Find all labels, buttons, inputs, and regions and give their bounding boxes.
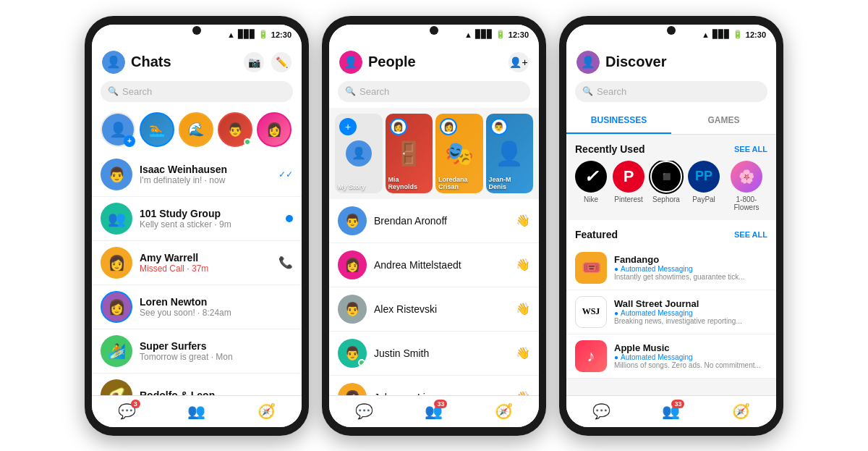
chat-preview-isaac: I'm definately in! · now (140, 175, 271, 185)
edit-button[interactable]: ✏️ (271, 52, 292, 72)
people-item-justin[interactable]: 👨 Justin Smith 👋 (329, 332, 539, 376)
people-nav-icon-chats: 👥 (187, 402, 205, 420)
signal-icon: ▊▊▊ (238, 30, 255, 39)
recently-see-all[interactable]: SEE ALL (734, 145, 767, 153)
sephora-name: Sephora (652, 195, 680, 203)
search-input-discover[interactable]: Search (575, 81, 767, 102)
story-item-1[interactable]: 🏊 (140, 112, 174, 147)
recently-item-flowers[interactable]: 🌸 1-800-Flowers (726, 161, 767, 211)
pinterest-name: Pinterest (614, 195, 642, 203)
avatar-brendan: 👨 (338, 206, 367, 235)
story-circle-1: 🏊 (140, 112, 174, 147)
people-item-brendan[interactable]: 👨 Brendan Aronoff 👋 (329, 199, 539, 243)
nav-discover-active[interactable]: 🧭 (732, 402, 750, 420)
nav-people-discover[interactable]: 👥 33 (662, 402, 680, 420)
story-card-loredana[interactable]: 🎭 👩 Loredana Crisan (435, 114, 483, 193)
wave-icon-justin[interactable]: 👋 (516, 346, 530, 360)
featured-item-wsj[interactable]: WSJ Wall Street Journal ● Automated Mess… (566, 290, 776, 334)
nav-people-chats[interactable]: 👥 (187, 402, 205, 420)
avatar-julyanne: 👩 (338, 383, 367, 395)
add-person-button[interactable]: 👤+ (509, 52, 529, 72)
chat-item-studygroup[interactable]: 👥 101 Study Group Kelly sent a sticker ·… (92, 197, 302, 241)
paypal-logo: PP (688, 161, 720, 193)
story-add-btn[interactable]: + (339, 118, 357, 135)
chats-title: Chats (131, 54, 238, 70)
wave-icon-andrea[interactable]: 👋 (516, 258, 530, 271)
chat-item-loren[interactable]: 👩 Loren Newton See you soon! · 8:24am (92, 285, 302, 329)
user-avatar-people[interactable]: 👤 (339, 51, 362, 74)
story-item-2[interactable]: 🌊 (179, 112, 213, 147)
recently-item-sephora[interactable]: ⬛ Sephora (650, 161, 682, 211)
search-wrapper-chats: 🔍 Search (101, 81, 293, 102)
featured-see-all[interactable]: SEE ALL (734, 230, 767, 239)
people-item-alex[interactable]: 👨 Alex Ristevski 👋 (329, 287, 539, 332)
user-avatar-discover[interactable]: 👤 (576, 51, 600, 74)
story-avatar-loredana: 👩 (440, 118, 457, 135)
discover-nav-icon-people: 🧭 (495, 402, 513, 420)
online-dot-3 (244, 138, 251, 146)
featured-item-fandango[interactable]: 🎟️ Fandango ● Automated Messaging Instan… (566, 246, 776, 290)
story-item-3[interactable]: 👨 (218, 112, 252, 147)
featured-meta-fandango: ● Automated Messaging (614, 265, 767, 273)
story-card-mia[interactable]: 🚪 👩 Mia Reynolds (386, 114, 433, 193)
people-item-julyanne[interactable]: 👩 Julyanne Liang 👋 (329, 376, 539, 395)
tab-games[interactable]: GAMES (671, 108, 776, 134)
camera-button[interactable]: 📷 (244, 52, 264, 72)
bottom-nav-discover: 💬 👥 33 🧭 (566, 395, 776, 427)
people-header: 👤 People 👤+ (329, 45, 539, 78)
chats-header: 👤 Chats 📷 ✏️ (92, 45, 302, 78)
chat-name-rodolfo: Rodolfo & Leon (140, 389, 293, 395)
verified-dot-wsj: ● (614, 309, 618, 317)
add-story-item[interactable]: 👤 + (101, 112, 135, 147)
screen-discover: ▲ ▊▊▊ 🔋 12:30 👤 Discover 🔍 Search (566, 25, 776, 427)
people-name-andrea: Andrea Mittelstaedt (374, 259, 509, 271)
chat-preview-amy: Missed Call · 37m (140, 264, 271, 274)
chat-badge: 3 (131, 400, 140, 408)
search-input-chats[interactable]: Search (101, 81, 293, 102)
nav-discover-chats[interactable]: 🧭 (258, 402, 276, 420)
battery-icon: 🔋 (258, 30, 268, 39)
clock: 12:30 (271, 30, 292, 39)
people-item-andrea[interactable]: 👩 Andrea Mittelstaedt 👋 (329, 243, 539, 287)
search-icon-discover: 🔍 (582, 86, 593, 96)
call-icon-amy: 📞 (278, 256, 293, 269)
featured-item-apple-music[interactable]: ♪ Apple Music ● Automated Messaging Mill… (566, 334, 776, 379)
avatar-loren: 👩 (101, 291, 132, 323)
chat-item-amy[interactable]: 👩 Amy Warrell Missed Call · 37m 📞 (92, 241, 302, 285)
wave-icon-brendan[interactable]: 👋 (516, 214, 530, 227)
people-list: 👨 Brendan Aronoff 👋 👩 Andrea Mittelstaed… (329, 199, 539, 395)
tab-businesses[interactable]: BUSINESSES (566, 108, 671, 134)
featured-info-apple-music: Apple Music ● Automated Messaging Millio… (614, 342, 767, 369)
add-story-btn[interactable]: + (124, 135, 135, 147)
featured-desc-fandango: Instantly get showtimes, guarantee tick.… (614, 273, 767, 281)
my-story-card[interactable]: 👤 + My Story (335, 114, 383, 193)
nav-chats-active[interactable]: 💬 3 (118, 402, 136, 420)
recently-item-pinterest[interactable]: P Pinterest (613, 161, 644, 211)
recently-item-nike[interactable]: ✓ Nike (575, 161, 607, 211)
chat-item-isaac[interactable]: 👨 Isaac Weinhausen I'm definately in! · … (92, 153, 302, 197)
avatar-alex: 👨 (338, 295, 367, 324)
user-avatar-chats[interactable]: 👤 (102, 51, 125, 74)
story-card-jean[interactable]: 👤 👨 Jean-M Denis (486, 114, 534, 193)
chat-item-surfers[interactable]: 🏄 Super Surfers Tomorrow is great · Mon (92, 329, 302, 374)
chat-info-loren: Loren Newton See you soon! · 8:24am (140, 296, 293, 318)
featured-meta-wsj: ● Automated Messaging (614, 309, 767, 317)
nav-chats-discover[interactable]: 💬 (592, 402, 610, 420)
story-item-4[interactable]: 👩 (257, 112, 292, 147)
nav-discover-people[interactable]: 🧭 (495, 402, 513, 420)
chats-content: 👤 + 🏊 🌊 👨 👩 (92, 108, 302, 395)
chat-name-surfers: Super Surfers (140, 340, 293, 352)
search-input-people[interactable]: Search (338, 81, 530, 102)
featured-section: Featured SEE ALL 🎟️ Fandango ● Automated… (566, 220, 776, 379)
chat-preview-surfers: Tomorrow is great · Mon (140, 352, 293, 362)
recently-item-paypal[interactable]: PP PayPal (688, 161, 720, 211)
nav-people-active[interactable]: 👥 33 (425, 402, 443, 420)
nav-chats-people[interactable]: 💬 (355, 402, 373, 420)
camera-notch-discover (667, 26, 676, 35)
chat-item-rodolfo[interactable]: 🥑 Rodolfo & Leon (92, 374, 302, 395)
people-badge-discover: 33 (671, 400, 684, 408)
featured-info-wsj: Wall Street Journal ● Automated Messagin… (614, 298, 767, 325)
wave-icon-alex[interactable]: 👋 (516, 302, 530, 316)
chat-info-isaac: Isaac Weinhausen I'm definately in! · no… (140, 164, 271, 185)
chat-nav-icon-people: 💬 (355, 402, 373, 420)
